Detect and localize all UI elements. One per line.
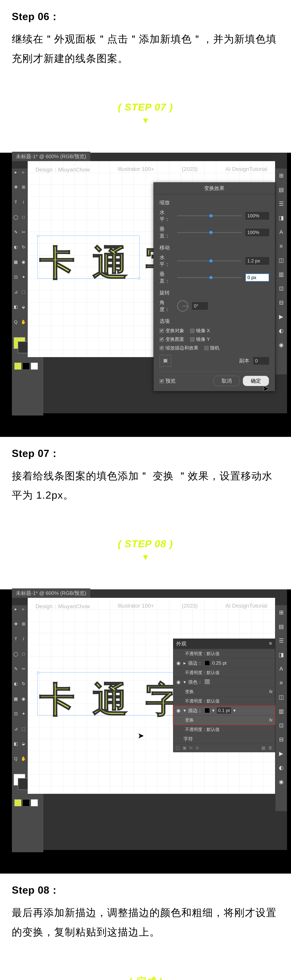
libraries-panel-icon[interactable]: ☰ [275,633,287,648]
stroke2-value[interactable]: 0.1 pt [217,707,231,714]
actions-panel-icon[interactable]: ▶ [275,746,287,760]
angle-input[interactable]: 0° [192,302,208,310]
color-panel-icon[interactable]: ◐ [275,324,287,338]
gradient-tool-icon[interactable]: ◉ [20,258,27,266]
swatch-black[interactable] [22,363,30,370]
fill-swatch[interactable] [205,679,210,685]
hand-tool-icon[interactable]: ✋ [20,318,27,326]
gradient-panel-icon[interactable]: ◉ [275,775,287,789]
delete-item-icon[interactable]: 🗑 [268,745,273,751]
paragraph-panel-icon[interactable]: ≡ [275,239,287,253]
swatches-panel-icon[interactable]: ◨ [275,211,287,225]
angle-dial[interactable] [177,301,188,312]
shape-builder-tool-icon[interactable]: ⊿ [12,725,20,733]
reference-point-grid[interactable] [160,355,171,367]
swatch-yellow[interactable] [14,799,21,807]
opacity-row-1[interactable]: 不透明度：默认值 [173,649,275,658]
characters-row[interactable]: 字符 [173,734,275,744]
swatch-white[interactable] [31,363,38,370]
properties-panel-icon[interactable]: ⊞ [275,605,287,619]
reflect-tool-icon[interactable]: ↻ [20,680,27,688]
paragraph-panel-icon[interactable]: ≡ [275,676,287,690]
eyedropper-tool-icon[interactable]: ⊡ [12,273,20,281]
lasso-tool-icon[interactable]: ⊞ [20,183,27,191]
lasso-tool-icon[interactable]: ⊞ [20,620,27,628]
mesh-tool-icon[interactable]: ▦ [12,258,20,266]
type-tool-icon[interactable]: T [12,198,20,206]
stroke1-value[interactable]: 0.25 pt [212,660,227,666]
visibility-toggle-icon[interactable]: ◉ [176,679,181,685]
perspective-tool-icon[interactable]: ⬙ [20,303,27,311]
move-h-input[interactable]: 1.2 px [245,257,269,265]
appearance-panel-icon[interactable]: ⊟ [275,296,287,310]
line-tool-icon[interactable]: / [20,635,27,643]
move-v-input[interactable]: 0 px [245,274,269,282]
shape-builder-tool-icon[interactable]: ⊿ [12,288,20,296]
fill-row[interactable]: ◉ ▾ 填色： [173,677,275,687]
stroke-row-1[interactable]: ◉ ▸ 描边： 0.25 pt [173,658,275,668]
rectangle-tool-icon[interactable]: □ [20,650,27,658]
rotate-tool-icon[interactable]: ◐ [12,680,20,688]
add-new-stroke-icon[interactable]: ▣ [182,745,187,751]
opacity-row-2[interactable]: 不透明度：默认值 [173,668,275,677]
zoom-tool-icon[interactable]: Q [12,318,20,326]
slice-tool-icon[interactable]: ◧ [12,740,20,748]
rectangle-tool-icon[interactable]: □ [20,213,27,221]
panel-menu-icon[interactable]: ≡ [269,640,272,647]
eyedropper-tool-icon[interactable]: ⊡ [12,710,20,718]
actions-panel-icon[interactable]: ▶ [275,310,287,324]
add-new-fill-icon[interactable]: ▢ [176,745,180,751]
gradient-panel-icon[interactable]: ◉ [275,338,287,352]
pencil-tool-icon[interactable]: ✎ [12,665,20,673]
scissors-tool-icon[interactable]: ✂ [20,665,27,673]
scale-stroke-checkbox[interactable] [160,346,164,350]
line-tool-icon[interactable]: / [20,198,27,206]
mesh-tool-icon[interactable]: ▦ [12,695,20,703]
transform-panel-icon[interactable]: ⊡ [275,718,287,732]
mirror-x-checkbox[interactable] [190,329,195,333]
transform-object-checkbox[interactable] [160,329,164,333]
document-tab[interactable]: 未标题-1* @ 600% (RGB/预览) [12,589,90,598]
swatch-white[interactable] [31,799,38,807]
selection-tool-icon[interactable]: ▸ [12,605,20,613]
swatches-panel-icon[interactable]: ◨ [275,648,287,662]
scale-v-input[interactable]: 100% [245,229,269,236]
blend-tool-icon[interactable]: ✦ [20,273,27,281]
blend-tool-icon[interactable]: ✦ [20,710,27,718]
libraries-panel-icon[interactable]: ☰ [275,197,287,211]
type-tool-icon[interactable]: T [12,635,20,643]
layers-panel-icon[interactable]: ▤ [275,619,287,633]
preview-checkbox[interactable] [160,379,164,383]
clear-appearance-icon[interactable]: ⊘ [195,745,199,751]
pencil-tool-icon[interactable]: ✎ [12,228,20,236]
properties-panel-icon[interactable]: ⊞ [275,169,287,183]
swatch-black[interactable] [22,799,30,807]
transform-panel-icon[interactable]: ⊡ [275,282,287,296]
visibility-toggle-icon[interactable]: ◉ [176,660,181,666]
perspective-tool-icon[interactable]: ⬙ [20,740,27,748]
type-panel-icon[interactable]: A [275,225,287,239]
scale-v-slider[interactable] [177,232,241,233]
direct-selection-tool-icon[interactable]: ▹ [20,169,27,176]
move-h-slider[interactable] [177,261,241,261]
type-panel-icon[interactable]: A [275,662,287,676]
visibility-toggle-icon[interactable]: ◉ [176,708,181,713]
wand-tool-icon[interactable]: ✥ [12,620,20,628]
ellipse-tool-icon[interactable]: ◯ [12,213,20,221]
stroke2-transform-row[interactable]: 变换 fx [173,715,275,725]
scale-h-slider[interactable] [177,215,241,216]
artboard-tool-icon[interactable]: ⬚ [20,288,27,296]
stroke-row-2-selected[interactable]: ◉ ▾ 描边： ▾ 0.1 pt ▾ [173,706,275,715]
selection-tool-icon[interactable]: ▸ [12,169,20,176]
random-checkbox[interactable] [204,346,209,350]
slice-tool-icon[interactable]: ◧ [12,303,20,311]
swatch-yellow[interactable] [14,363,21,370]
opacity-row-4[interactable]: 不透明度：默认值 [173,725,275,734]
align-panel-icon[interactable]: ◫ [275,253,287,267]
appearance-panel-icon[interactable]: ⊟ [275,732,287,746]
cancel-button[interactable]: 取消 [214,376,240,386]
reflect-tool-icon[interactable]: ↻ [20,243,27,251]
align-panel-icon[interactable]: ◫ [275,690,287,704]
scale-h-input[interactable]: 100% [245,212,269,220]
color-panel-icon[interactable]: ◐ [275,760,287,775]
